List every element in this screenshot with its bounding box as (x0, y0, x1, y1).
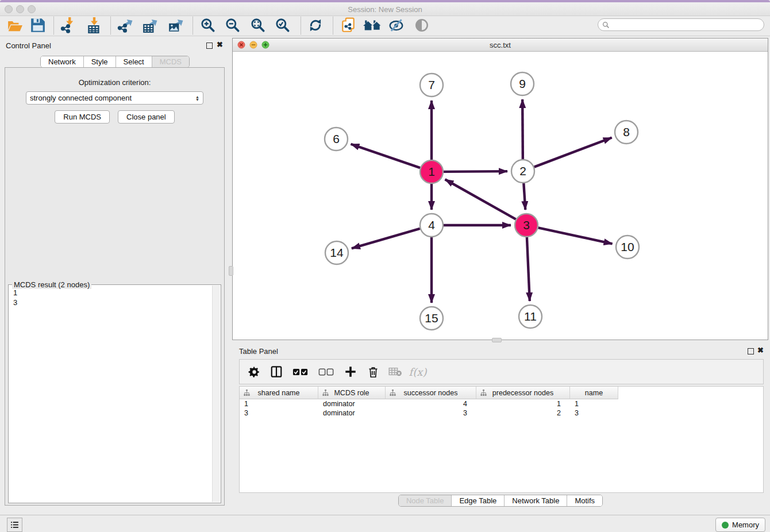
graph-node-label: 2 (519, 164, 526, 178)
toolbar-separator (301, 17, 301, 34)
toolbar-separator (333, 17, 333, 34)
graph-edge-3-10[interactable] (538, 228, 613, 244)
select-all-columns-icon[interactable] (292, 365, 309, 379)
tab-select[interactable]: Select (116, 56, 152, 67)
control-panel-title: Control Panel (6, 41, 51, 50)
table-cell[interactable]: 3 (570, 408, 618, 418)
window-title: Session: New Session (0, 5, 770, 14)
tab-node-table[interactable]: Node Table (399, 495, 452, 506)
graph-node-label: 7 (428, 78, 435, 91)
zoom-in-icon[interactable] (200, 17, 216, 33)
open-session-icon[interactable] (7, 17, 23, 33)
optimization-criterion-label: Optimization criterion: (5, 78, 224, 87)
function-builder-icon[interactable]: f(x) (411, 365, 425, 379)
column-visibility-icon[interactable] (270, 365, 283, 379)
show-all-networks-icon[interactable] (363, 17, 382, 33)
network-canvas[interactable]: 7968124314101511 (233, 52, 768, 340)
zoom-out-icon[interactable] (225, 17, 241, 33)
column-header-MCDS-role[interactable]: MCDS role (318, 387, 386, 399)
import-table-icon[interactable] (86, 17, 102, 33)
column-header-label: shared name (258, 389, 300, 397)
criterion-select[interactable]: strongly connected component ▲▼ (26, 91, 203, 105)
network-window-title: scc.txt (233, 41, 768, 49)
main-toolbar (0, 16, 770, 36)
graph-edge-2-8[interactable] (534, 138, 612, 167)
add-column-icon[interactable] (344, 365, 357, 379)
toggle-graphics-details-icon[interactable] (388, 17, 405, 33)
toolbar-separator (53, 17, 54, 34)
graph-edge-1-2[interactable] (444, 171, 507, 172)
table-cell[interactable]: 2 (476, 408, 570, 418)
tab-network[interactable]: Network (41, 56, 84, 67)
graph-edge-1-6[interactable] (351, 144, 421, 168)
table-float-panel-icon[interactable] (748, 348, 754, 354)
graph-edge-4-14[interactable] (352, 229, 420, 249)
table-cell[interactable]: 3 (386, 408, 476, 418)
zoom-fit-icon[interactable] (250, 17, 266, 33)
column-header-label: MCDS role (334, 389, 369, 397)
table-close-panel-icon[interactable]: ✖ (757, 346, 764, 354)
workspace: Control Panel ✖ Network Style Select MCD… (0, 36, 770, 515)
memory-button[interactable]: Memory (715, 518, 765, 532)
export-network-icon[interactable] (117, 17, 133, 33)
mcds-result-title: MCDS result (2 nodes) (12, 280, 91, 289)
table-row[interactable]: 1dominator411 (240, 399, 763, 408)
clone-network-icon[interactable] (340, 17, 356, 33)
network-view-window: scc.txt 7968124314101511 (232, 38, 768, 340)
tab-edge-table[interactable]: Edge Table (452, 495, 505, 506)
column-header-successor-nodes[interactable]: successor nodes (386, 387, 476, 399)
table-cell[interactable]: 4 (386, 399, 476, 408)
column-header-shared-name[interactable]: shared name (240, 387, 318, 399)
zoom-selected-icon[interactable] (275, 17, 291, 33)
column-header-name[interactable]: name (570, 387, 618, 399)
table-cell[interactable]: 1 (240, 399, 318, 408)
toolbar-separator (110, 17, 111, 34)
save-session-icon[interactable] (30, 17, 46, 33)
column-type-icon (480, 390, 487, 396)
search-icon (602, 21, 610, 29)
result-scrollbar[interactable] (212, 286, 220, 502)
delete-column-icon[interactable] (366, 365, 380, 379)
graph-edge-3-1[interactable] (445, 179, 516, 219)
close-panel-icon[interactable]: ✖ (217, 40, 223, 49)
graph-edge-2-9[interactable] (522, 99, 523, 159)
show-panels-button[interactable] (7, 518, 22, 532)
column-header-predecessor-nodes[interactable]: predecessor nodes (476, 387, 570, 399)
table-cell[interactable]: dominator (318, 399, 386, 408)
delete-table-icon[interactable] (388, 365, 402, 379)
table-panel: Table Panel ✖ f(x) shared nameMCDS roles… (232, 342, 769, 515)
panel-splitter-handle-vertical[interactable] (229, 266, 233, 276)
select-chevrons-icon: ▲▼ (195, 95, 199, 101)
graph-edge-2-3[interactable] (523, 183, 525, 210)
table-cell[interactable]: 3 (240, 408, 318, 418)
column-type-icon (390, 390, 396, 396)
tab-style[interactable]: Style (84, 56, 116, 67)
table-cell[interactable]: 1 (570, 399, 618, 408)
column-type-icon (244, 390, 250, 396)
import-network-icon[interactable] (60, 17, 76, 33)
graph-node-label: 4 (428, 218, 435, 232)
close-panel-button[interactable]: Close panel (118, 110, 175, 124)
run-mcds-button[interactable]: Run MCDS (55, 110, 110, 124)
deselect-all-columns-icon[interactable] (318, 365, 335, 379)
tab-motifs[interactable]: Motifs (567, 495, 602, 506)
panel-splitter-handle-horizontal[interactable] (492, 338, 502, 342)
tab-network-table[interactable]: Network Table (505, 495, 567, 506)
table-row[interactable]: 3dominator323 (240, 408, 763, 418)
node-table: shared nameMCDS rolesuccessor nodesprede… (239, 386, 764, 493)
table-toolbar: f(x) (239, 359, 764, 384)
table-cell[interactable]: dominator (318, 408, 386, 418)
column-header-label: name (585, 389, 603, 397)
float-panel-icon[interactable] (206, 43, 213, 49)
export-table-icon[interactable] (142, 17, 158, 33)
control-panel: Control Panel ✖ Network Style Select MCD… (0, 36, 230, 515)
graph-edge-3-11[interactable] (527, 237, 530, 301)
search-input[interactable] (598, 18, 764, 31)
settings-gear-icon[interactable] (247, 365, 261, 379)
birds-eye-view-icon[interactable] (414, 17, 430, 33)
export-image-icon[interactable] (168, 17, 184, 33)
apply-layout-icon[interactable] (307, 17, 324, 33)
graph-node-label: 1 (428, 165, 435, 178)
tab-mcds[interactable]: MCDS (152, 56, 189, 67)
table-cell[interactable]: 1 (476, 399, 570, 408)
